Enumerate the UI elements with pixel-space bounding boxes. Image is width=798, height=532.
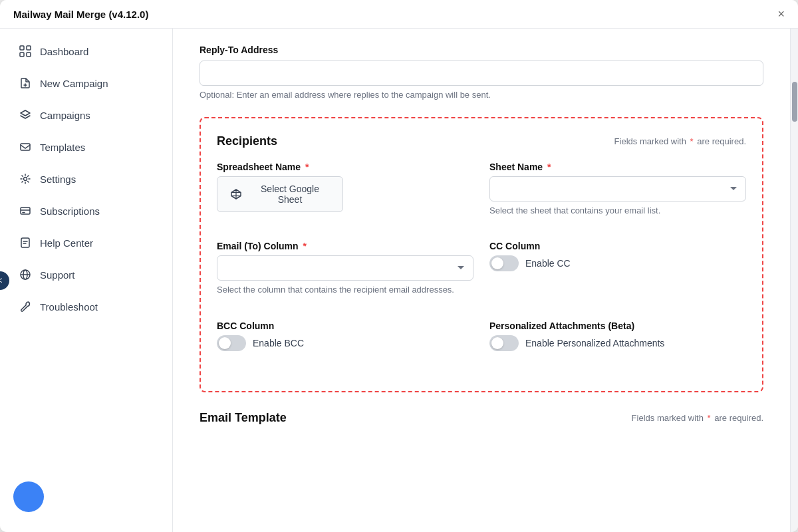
recipients-title: Recipients [217, 134, 277, 148]
sidebar-item-troubleshoot[interactable]: Troubleshoot [5, 292, 167, 321]
svg-point-7 [24, 178, 27, 181]
svg-rect-2 [20, 53, 24, 57]
main-layout: Dashboard New Campaign [0, 29, 798, 532]
reply-to-section: Reply-To Address Optional: Enter an emai… [200, 45, 763, 101]
sheet-required-star: * [545, 162, 551, 172]
close-button[interactable]: × [777, 8, 785, 20]
gear-icon [19, 172, 32, 186]
spreadsheet-name-field: Spreadsheet Name * S [217, 162, 473, 217]
bcc-column-label: BCC Column [217, 321, 473, 331]
email-column-select[interactable] [217, 255, 473, 281]
email-template-required-star: * [708, 413, 711, 423]
cc-column-field: CC Column Enable CC [489, 241, 746, 296]
required-note: Fields marked with * are required. [614, 136, 746, 146]
sheet-name-field: Sheet Name * Select the sheet that conta… [489, 162, 746, 217]
sidebar-item-new-campaign[interactable]: New Campaign [5, 68, 167, 98]
email-template-section: Email Template Fields marked with * are … [200, 411, 763, 425]
reply-to-label: Reply-To Address [200, 45, 763, 55]
sheet-name-label: Sheet Name * [489, 162, 746, 172]
sidebar-bottom [0, 468, 172, 525]
spreadsheet-required-star: * [303, 162, 309, 172]
sidebar-item-label: Settings [40, 174, 76, 185]
sheet-name-hint: Select the sheet that contains your emai… [489, 205, 746, 217]
mail-icon [19, 140, 32, 154]
cc-column-label: CC Column [489, 241, 746, 251]
globe-icon [19, 268, 32, 281]
book-icon [19, 236, 32, 249]
svg-rect-8 [21, 207, 30, 214]
sidebar: Dashboard New Campaign [0, 29, 173, 532]
file-plus-icon [19, 76, 32, 90]
sidebar-item-help-center[interactable]: Help Center [5, 228, 167, 257]
app-window: Mailway Mail Merge (v4.12.0) × Dashboard [0, 0, 798, 532]
svg-rect-3 [27, 53, 31, 57]
email-template-title: Email Template [200, 411, 287, 425]
reply-to-hint: Optional: Enter an email address where r… [200, 89, 763, 101]
titlebar: Mailway Mail Merge (v4.12.0) × [0, 0, 798, 29]
sidebar-item-campaigns[interactable]: Campaigns [5, 100, 167, 130]
personalized-toggle-row: Enable Personalized Attachments [489, 335, 746, 351]
svg-rect-6 [21, 144, 30, 150]
email-column-label: Email (To) Column * [217, 241, 473, 251]
select-sheet-label: Select Google Sheet [249, 184, 331, 205]
bcc-column-field: BCC Column Enable BCC [217, 321, 473, 351]
email-column-hint: Select the column that contains the reci… [217, 284, 473, 296]
bcc-toggle-row: Enable BCC [217, 335, 473, 351]
sidebar-item-label: Troubleshoot [40, 301, 98, 313]
sidebar-item-label: Campaigns [40, 110, 90, 121]
email-column-field: Email (To) Column * Select the column th… [217, 241, 473, 296]
layers-icon [19, 108, 32, 122]
tool-icon [19, 300, 32, 313]
email-template-required-note: Fields marked with * are required. [632, 413, 763, 423]
cc-toggle-label: Enable CC [525, 258, 571, 269]
svg-rect-1 [27, 46, 31, 50]
sidebar-item-dashboard[interactable]: Dashboard [5, 37, 167, 66]
sidebar-item-label: Subscriptions [40, 205, 100, 217]
grid-icon [19, 45, 32, 58]
sidebar-item-support[interactable]: Support [5, 260, 167, 289]
sidebar-toggle-icon: < [0, 276, 3, 285]
google-sheet-icon [229, 188, 243, 201]
email-cc-row: Email (To) Column * Select the column th… [217, 241, 746, 308]
sidebar-item-label: Templates [40, 142, 85, 153]
svg-rect-0 [20, 46, 24, 50]
sidebar-item-subscriptions[interactable]: Subscriptions [5, 196, 167, 225]
sidebar-item-label: Dashboard [40, 46, 88, 57]
recipients-box: Recipients Fields marked with * are requ… [200, 117, 763, 392]
bcc-toggle[interactable] [217, 335, 246, 351]
sidebar-item-settings[interactable]: Settings [5, 164, 167, 194]
personalized-attachments-field: Personalized Attachments (Beta) Enable P… [489, 321, 746, 351]
sidebar-item-label: Help Center [40, 237, 93, 249]
personalized-attachments-label: Personalized Attachments (Beta) [489, 321, 746, 331]
personalized-attachments-toggle-label: Enable Personalized Attachments [525, 338, 664, 348]
reply-to-input[interactable] [200, 61, 763, 86]
spreadsheet-sheet-row: Spreadsheet Name * S [217, 162, 746, 229]
bcc-toggle-label: Enable BCC [253, 338, 304, 348]
cc-toggle[interactable] [489, 255, 519, 271]
bcc-personalized-row: BCC Column Enable BCC Personalized Attac… [217, 321, 746, 363]
required-star: * [690, 136, 694, 146]
cc-toggle-row: Enable CC [489, 255, 746, 271]
email-required-star: * [301, 241, 307, 251]
sheet-name-select[interactable] [489, 176, 746, 201]
personalized-attachments-toggle[interactable] [489, 335, 519, 351]
sidebar-item-templates[interactable]: Templates [5, 132, 167, 162]
recipients-header: Recipients Fields marked with * are requ… [217, 134, 746, 148]
sidebar-item-label: Support [40, 269, 75, 281]
spreadsheet-name-label: Spreadsheet Name * [217, 162, 473, 172]
avatar[interactable] [13, 481, 44, 512]
scrollbar[interactable] [790, 29, 798, 532]
window-title: Mailway Mail Merge (v4.12.0) [13, 9, 148, 20]
credit-card-icon [19, 204, 32, 217]
main-content: Reply-To Address Optional: Enter an emai… [173, 29, 790, 532]
sidebar-item-label: New Campaign [40, 78, 108, 89]
select-google-sheet-button[interactable]: Select Google Sheet [217, 176, 343, 212]
